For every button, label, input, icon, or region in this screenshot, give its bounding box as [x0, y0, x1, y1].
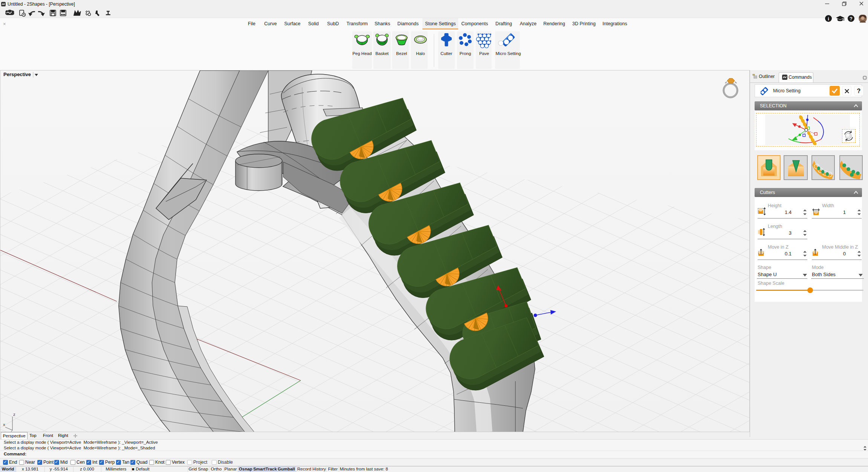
svg-text:Prong: Prong: [460, 51, 471, 56]
svg-text:Peg Head: Peg Head: [352, 51, 371, 56]
svg-text:Cutter: Cutter: [440, 51, 452, 56]
svg-text:i: i: [828, 16, 829, 21]
svg-text:z: z: [13, 412, 15, 417]
svg-text:Bezel: Bezel: [396, 51, 407, 56]
svg-text:x: x: [3, 422, 5, 427]
svg-text:Halo: Halo: [416, 51, 425, 56]
svg-text:?: ?: [850, 16, 853, 21]
svg-text:y: y: [8, 430, 10, 432]
svg-text:Micro Setting: Micro Setting: [495, 51, 521, 56]
svg-text:Pave: Pave: [479, 51, 489, 56]
svg-text:Basket: Basket: [375, 51, 389, 56]
